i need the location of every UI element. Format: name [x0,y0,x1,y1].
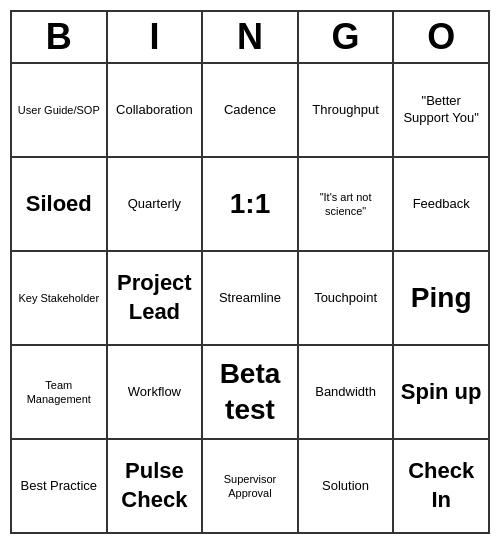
bingo-card: BINGO User Guide/SOPCollaborationCadence… [10,10,490,534]
bingo-grid: User Guide/SOPCollaborationCadenceThroug… [12,64,488,532]
header-letter: G [299,12,395,62]
bingo-cell-0-1: Collaboration [108,64,204,156]
bingo-cell-3-4: Spin up [394,346,488,438]
header-letter: O [394,12,488,62]
header-letter: N [203,12,299,62]
bingo-cell-2-3: Touchpoint [299,252,395,344]
bingo-cell-1-2: 1:1 [203,158,299,250]
bingo-cell-3-2: Beta test [203,346,299,438]
bingo-cell-0-3: Throughput [299,64,395,156]
bingo-cell-1-1: Quarterly [108,158,204,250]
bingo-cell-4-0: Best Practice [12,440,108,532]
bingo-row-3: Team ManagementWorkflowBeta testBandwidt… [12,346,488,440]
bingo-cell-3-3: Bandwidth [299,346,395,438]
bingo-cell-4-1: Pulse Check [108,440,204,532]
bingo-cell-2-4: Ping [394,252,488,344]
bingo-cell-1-3: "It's art not science" [299,158,395,250]
bingo-cell-0-2: Cadence [203,64,299,156]
bingo-cell-4-4: Check In [394,440,488,532]
bingo-cell-2-1: Project Lead [108,252,204,344]
header-letter: I [108,12,204,62]
bingo-cell-3-0: Team Management [12,346,108,438]
bingo-cell-0-0: User Guide/SOP [12,64,108,156]
bingo-header: BINGO [12,12,488,64]
bingo-row-2: Key StakeholderProject LeadStreamlineTou… [12,252,488,346]
bingo-cell-2-2: Streamline [203,252,299,344]
header-letter: B [12,12,108,62]
bingo-cell-3-1: Workflow [108,346,204,438]
bingo-cell-1-0: Siloed [12,158,108,250]
bingo-cell-0-4: "Better Support You" [394,64,488,156]
bingo-row-1: SiloedQuarterly1:1"It's art not science"… [12,158,488,252]
bingo-cell-4-3: Solution [299,440,395,532]
bingo-row-0: User Guide/SOPCollaborationCadenceThroug… [12,64,488,158]
bingo-cell-4-2: Supervisor Approval [203,440,299,532]
bingo-cell-2-0: Key Stakeholder [12,252,108,344]
bingo-row-4: Best PracticePulse CheckSupervisor Appro… [12,440,488,532]
bingo-cell-1-4: Feedback [394,158,488,250]
